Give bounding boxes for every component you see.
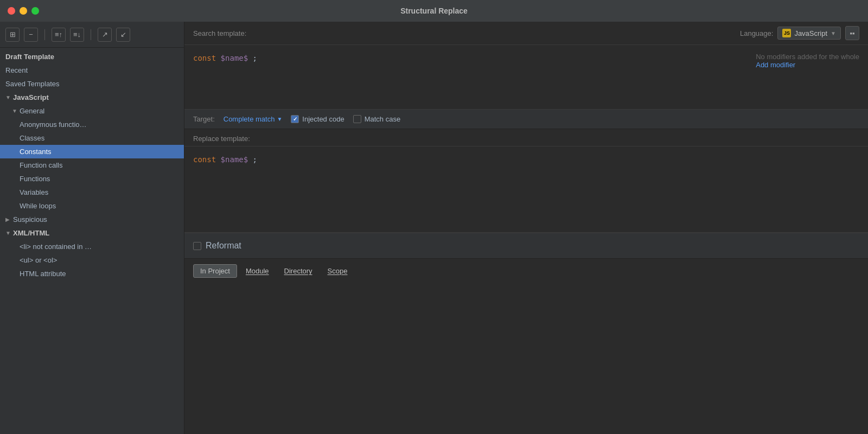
sidebar-item-li-not-contained[interactable]: <li> not contained in … xyxy=(0,240,184,253)
match-case-checkbox-container: Match case xyxy=(353,115,400,123)
sidebar-item-suspicious[interactable]: ▶ Suspicious xyxy=(0,213,184,226)
search-semicolon: ; xyxy=(253,54,257,62)
sidebar-item-recent[interactable]: Recent xyxy=(0,63,184,77)
reformat-row: Reformat xyxy=(184,233,868,258)
expand-button[interactable]: ↗ xyxy=(98,28,112,42)
chevron-down-icon: ▼ xyxy=(12,108,20,114)
sidebar-item-constants[interactable]: Constants xyxy=(0,145,184,158)
sidebar-item-while-loops[interactable]: While loops xyxy=(0,199,184,213)
sidebar-item-saved-templates[interactable]: Saved Templates xyxy=(0,77,184,91)
sidebar-tree: Draft Template Recent Saved Templates ▼ … xyxy=(0,48,184,434)
target-row: Target: Complete match ▼ ✓ Injected code… xyxy=(184,110,868,129)
checkmark-icon: ✓ xyxy=(293,116,297,122)
add-modifier-link[interactable]: Add modifier xyxy=(756,61,795,69)
sidebar-item-anonymous-functions[interactable]: Anonymous functio… xyxy=(0,118,184,131)
right-panel: Search template: Language: JS JavaScript… xyxy=(184,22,868,434)
module-button[interactable]: Module xyxy=(239,265,276,277)
move-up-button[interactable]: ≡↑ xyxy=(52,28,66,42)
toolbar-separator-2 xyxy=(91,29,91,40)
replace-code-area[interactable]: const $name$ ; xyxy=(184,146,868,233)
sidebar-item-draft-template[interactable]: Draft Template xyxy=(0,50,184,63)
replace-keyword-const: const xyxy=(193,155,216,164)
match-case-checkbox[interactable] xyxy=(353,115,361,123)
match-case-label: Match case xyxy=(365,115,400,123)
scope-row: In Project Module Directory Scope xyxy=(184,258,868,283)
sidebar-item-javascript[interactable]: ▼ JavaScript xyxy=(0,91,184,104)
replace-variable: $name$ xyxy=(221,155,248,164)
reformat-checkbox[interactable] xyxy=(193,242,201,250)
chevron-right-icon: ▶ xyxy=(5,216,13,222)
search-template-header: Search template: Language: JS JavaScript… xyxy=(184,22,868,44)
panel-toggle-button[interactable]: ▪▪ xyxy=(845,26,859,40)
injected-code-checkbox-container: ✓ Injected code xyxy=(291,115,344,123)
sidebar-item-classes[interactable]: Classes xyxy=(0,131,184,145)
sidebar-item-general[interactable]: ▼ General xyxy=(0,104,184,118)
directory-button[interactable]: Directory xyxy=(278,265,319,277)
collapse-button[interactable]: ↙ xyxy=(116,28,130,42)
window-title: Structural Replace xyxy=(400,7,468,15)
complete-match-dropdown[interactable]: Complete match ▼ xyxy=(224,115,283,123)
sidebar-item-variables[interactable]: Variables xyxy=(0,186,184,199)
toolbar-separator xyxy=(44,29,45,40)
chevron-down-icon: ▼ xyxy=(5,230,13,236)
sidebar-item-html-attribute[interactable]: HTML attribute xyxy=(0,267,184,280)
close-button[interactable] xyxy=(8,7,15,15)
replace-template-label: Replace template: xyxy=(193,135,250,143)
search-template-label: Search template: xyxy=(193,29,246,37)
search-code-content: const $name$ ; xyxy=(193,53,257,64)
sidebar-item-xml-html[interactable]: ▼ XML/HTML xyxy=(0,226,184,240)
titlebar: Structural Replace xyxy=(0,0,868,22)
language-name: JavaScript xyxy=(794,29,827,37)
language-label: Language: xyxy=(740,29,773,37)
remove-template-button[interactable]: − xyxy=(24,28,38,42)
language-selector: Language: JS JavaScript ▼ ▪▪ xyxy=(740,26,859,40)
sidebar-item-function-calls[interactable]: Function calls xyxy=(0,158,184,172)
minimize-button[interactable] xyxy=(20,7,27,15)
move-down-button[interactable]: ≡↓ xyxy=(70,28,84,42)
sidebar-item-ul-or-ol[interactable]: <ul> or <ol> xyxy=(0,253,184,267)
add-template-button[interactable]: ⊞ xyxy=(5,28,20,42)
language-dropdown[interactable]: JS JavaScript ▼ xyxy=(777,27,841,40)
sidebar-item-functions[interactable]: Functions xyxy=(0,172,184,186)
complete-match-label: Complete match xyxy=(224,115,275,123)
injected-code-checkbox[interactable]: ✓ xyxy=(291,115,299,123)
sidebar-toolbar: ⊞ − ≡↑ ≡↓ ↗ ↙ xyxy=(0,22,184,48)
chevron-down-icon: ▼ xyxy=(5,94,13,100)
modifier-hint: No modifiers added for the whole Add mod… xyxy=(756,53,859,69)
scope-button[interactable]: Scope xyxy=(321,265,354,277)
in-project-button[interactable]: In Project xyxy=(193,264,237,278)
target-label: Target: xyxy=(193,115,215,123)
maximize-button[interactable] xyxy=(31,7,39,15)
search-keyword-const: const xyxy=(193,54,216,62)
window-controls xyxy=(8,7,39,15)
replace-semicolon: ; xyxy=(253,155,257,164)
injected-code-label: Injected code xyxy=(302,115,344,123)
sidebar: ⊞ − ≡↑ ≡↓ ↗ ↙ Draft Template Recent Save… xyxy=(0,22,184,434)
js-icon: JS xyxy=(782,29,791,37)
reformat-label: Reformat xyxy=(206,241,241,251)
search-code-area[interactable]: const $name$ ; No modifiers added for th… xyxy=(184,44,868,110)
main-layout: ⊞ − ≡↑ ≡↓ ↗ ↙ Draft Template Recent Save… xyxy=(0,22,868,434)
chevron-down-icon: ▼ xyxy=(831,30,836,36)
replace-template-header: Replace template: xyxy=(184,129,868,146)
replace-code-content: const $name$ ; xyxy=(193,154,257,165)
chevron-down-icon: ▼ xyxy=(277,116,282,122)
search-variable: $name$ xyxy=(221,54,248,62)
